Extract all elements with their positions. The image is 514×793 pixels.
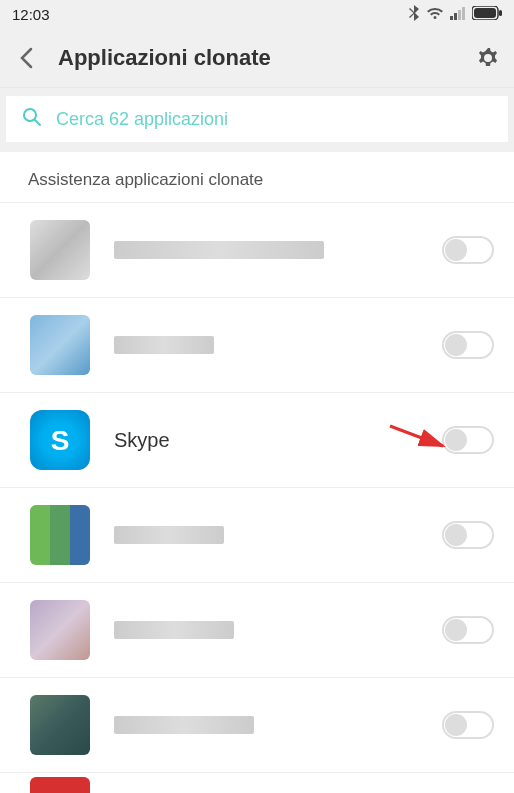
- app-label: [114, 241, 418, 259]
- app-icon: [30, 777, 90, 793]
- svg-point-7: [24, 109, 36, 121]
- page-title: Applicazioni clonate: [58, 45, 456, 71]
- app-icon: [30, 600, 90, 660]
- back-button[interactable]: [14, 46, 38, 70]
- signal-icon: [450, 6, 466, 23]
- toggle-switch[interactable]: [442, 521, 494, 549]
- list-item[interactable]: [0, 678, 514, 773]
- svg-text:S: S: [51, 425, 70, 456]
- app-label: [114, 336, 418, 354]
- list-item[interactable]: [0, 203, 514, 298]
- svg-rect-5: [474, 8, 496, 18]
- svg-rect-3: [462, 7, 465, 20]
- toggle-switch[interactable]: [442, 616, 494, 644]
- list-item-skype[interactable]: S Skype: [0, 393, 514, 488]
- search-icon: [22, 107, 42, 131]
- section-title: Assistenza applicazioni clonate: [0, 152, 514, 202]
- app-label: [114, 716, 418, 734]
- list-item[interactable]: [0, 773, 514, 793]
- list-item[interactable]: [0, 488, 514, 583]
- svg-rect-6: [499, 10, 502, 16]
- wifi-icon: [426, 6, 444, 23]
- list-item[interactable]: [0, 583, 514, 678]
- toggle-switch[interactable]: [442, 426, 494, 454]
- toggle-switch[interactable]: [442, 711, 494, 739]
- battery-icon: [472, 6, 502, 23]
- app-header: Applicazioni clonate: [0, 28, 514, 88]
- app-label: [114, 526, 418, 544]
- search-box[interactable]: [6, 96, 508, 142]
- bluetooth-icon: [408, 5, 420, 24]
- app-icon: [30, 220, 90, 280]
- app-icon: [30, 505, 90, 565]
- app-icon: [30, 315, 90, 375]
- svg-rect-2: [458, 10, 461, 20]
- svg-rect-0: [450, 16, 453, 20]
- svg-line-8: [35, 120, 40, 125]
- toggle-switch[interactable]: [442, 236, 494, 264]
- status-time: 12:03: [12, 6, 50, 23]
- search-container: [0, 88, 514, 152]
- app-icon: [30, 695, 90, 755]
- status-bar: 12:03: [0, 0, 514, 28]
- skype-icon: S: [30, 410, 90, 470]
- svg-rect-1: [454, 13, 457, 20]
- list-item[interactable]: [0, 298, 514, 393]
- app-label: Skype: [114, 429, 418, 452]
- app-list: S Skype: [0, 202, 514, 793]
- toggle-switch[interactable]: [442, 331, 494, 359]
- settings-button[interactable]: [476, 46, 500, 70]
- app-label: [114, 621, 418, 639]
- search-input[interactable]: [56, 109, 492, 130]
- status-icons: [408, 5, 502, 24]
